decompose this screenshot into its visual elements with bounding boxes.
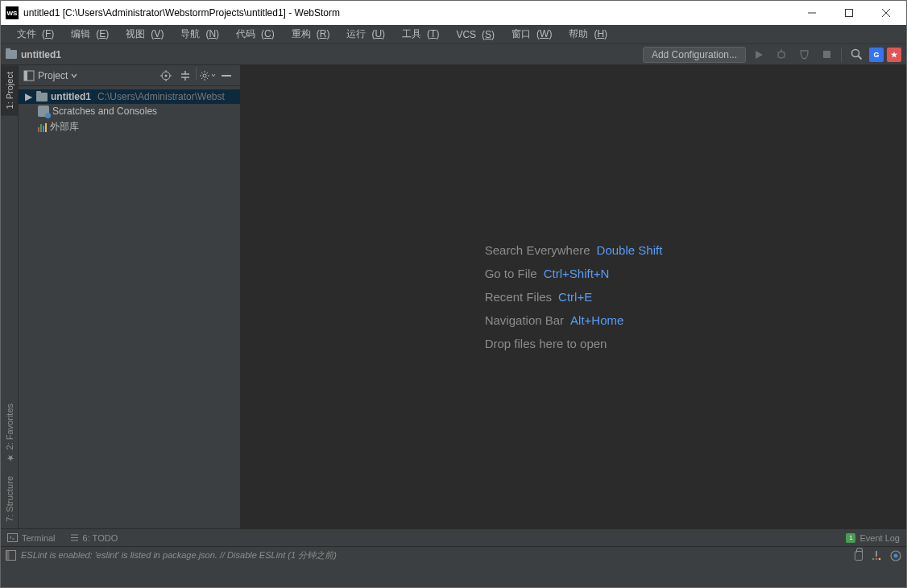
breadcrumb-label: untitled1 [21, 49, 61, 60]
translator-badge-icon[interactable]: G [869, 48, 884, 62]
svg-point-35 [876, 557, 878, 560]
shortcut: Ctrl+Shift+N [544, 267, 610, 280]
welcome-recent-row: Recent FilesCtrl+E [485, 290, 663, 304]
welcome-gotofile-row: Go to FileCtrl+Shift+N [485, 267, 663, 280]
stop-button[interactable] [817, 46, 836, 64]
minimize-button[interactable] [793, 1, 830, 25]
svg-line-12 [858, 56, 861, 60]
svg-point-4 [778, 52, 785, 58]
welcome-search-row: Search EverywhereDouble Shift [485, 243, 663, 257]
svg-point-39 [894, 553, 898, 557]
event-log-tab[interactable]: 1 Event Log [846, 533, 900, 543]
menu-navigate[interactable]: 导航(N) [169, 27, 225, 41]
todo-icon [70, 533, 79, 542]
toolwindow-toggle-icon[interactable] [6, 550, 16, 561]
breadcrumb[interactable]: untitled1 [6, 49, 61, 60]
window-titlebar: WS untitled1 [C:\Users\Administrator\Web… [1, 1, 906, 25]
project-icon [23, 70, 35, 81]
status-bar: ESLint is enabled: 'eslint' is listed in… [1, 546, 906, 564]
close-button[interactable] [868, 1, 905, 25]
svg-line-8 [777, 56, 779, 58]
tree-external-item[interactable]: 外部库 [19, 118, 240, 135]
chrome-icon[interactable] [890, 550, 901, 561]
run-coverage-button[interactable] [794, 46, 814, 64]
tree-item-name: Scratches and Consoles [52, 106, 157, 117]
libraries-icon [38, 122, 47, 132]
folder-icon [6, 50, 17, 59]
svg-point-25 [203, 74, 206, 77]
menu-view[interactable]: 视图(V) [114, 27, 169, 41]
run-button[interactable] [749, 46, 768, 64]
menu-help[interactable]: 帮助(H) [557, 27, 613, 41]
shortcut: Alt+Home [570, 313, 623, 327]
menu-file[interactable]: 文件(F) [6, 27, 60, 41]
terminal-tab[interactable]: Terminal [7, 533, 56, 543]
event-log-icon: 1 [846, 533, 855, 543]
svg-point-36 [872, 557, 875, 560]
tree-item-name: untitled1 [51, 91, 91, 102]
editor-area[interactable]: Search EverywhereDouble Shift Go to File… [241, 65, 906, 528]
svg-rect-14 [24, 71, 27, 81]
navigation-bar: untitled1 Add Configuration... G ★ [1, 44, 906, 65]
settings-button[interactable] [198, 67, 216, 85]
project-tool-window: Project ▶ untitled1 C:\Users\Administrat… [19, 65, 241, 528]
shortcut: Ctrl+E [558, 290, 592, 304]
gutter-favorites-tab[interactable]: ★ 2: Favorites [1, 397, 18, 470]
tree-root-item[interactable]: ▶ untitled1 C:\Users\Administrator\Webst [19, 89, 240, 104]
left-tool-gutter: 1: Project ★ 2: Favorites 7: Structure [1, 65, 19, 528]
folder-icon [36, 93, 48, 101]
terminal-label: Terminal [22, 533, 56, 543]
menu-refactor[interactable]: 重构(R) [280, 27, 336, 41]
tree-scratches-item[interactable]: Scratches and Consoles [19, 104, 240, 118]
scratches-icon [38, 106, 49, 117]
project-tree: ▶ untitled1 C:\Users\Administrator\Webst… [19, 86, 240, 139]
svg-point-11 [851, 50, 859, 57]
welcome-drop-row: Drop files here to open [485, 337, 663, 350]
collapse-all-button[interactable] [176, 67, 194, 85]
app-icon: WS [6, 6, 19, 19]
separator [841, 48, 842, 62]
todo-tab[interactable]: 6: TODO [70, 533, 118, 543]
bottom-tool-bar: Terminal 6: TODO 1 Event Log [1, 528, 906, 546]
gutter-structure-tab[interactable]: 7: Structure [1, 470, 18, 528]
menu-bar: 文件(F) 编辑(E) 视图(V) 导航(N) 代码(C) 重构(R) 运行(U… [1, 25, 906, 44]
project-toolbar: Project [19, 65, 240, 86]
svg-rect-34 [876, 551, 877, 557]
project-view-selector[interactable]: Project [23, 70, 77, 81]
add-configuration-button[interactable]: Add Configuration... [643, 47, 746, 63]
menu-window[interactable]: 窗口(W) [500, 27, 557, 41]
shortcut: Double Shift [597, 243, 663, 257]
menu-edit[interactable]: 编辑(E) [60, 27, 114, 41]
menu-code[interactable]: 代码(C) [225, 27, 280, 41]
svg-rect-1 [846, 10, 853, 17]
window-title: untitled1 [C:\Users\Administrator\Websto… [23, 7, 793, 19]
svg-rect-10 [823, 51, 830, 58]
svg-point-16 [165, 74, 168, 77]
welcome-navbar-row: Navigation BarAlt+Home [485, 313, 663, 327]
menu-tools[interactable]: 工具(T) [391, 27, 445, 41]
tree-item-name: 外部库 [50, 120, 79, 134]
inspector-icon[interactable] [871, 550, 882, 561]
search-everywhere-button[interactable] [847, 46, 866, 64]
svg-line-6 [777, 52, 779, 53]
project-view-label: Project [38, 70, 68, 81]
extension-badge-icon[interactable]: ★ [887, 48, 901, 62]
menu-run[interactable]: 运行(U) [335, 27, 391, 41]
separator [196, 67, 197, 80]
expand-arrow-icon[interactable]: ▶ [25, 91, 33, 102]
maximize-button[interactable] [830, 1, 868, 25]
status-message[interactable]: ESLint is enabled: 'eslint' is listed in… [21, 549, 850, 561]
svg-rect-27 [8, 534, 18, 542]
welcome-panel: Search EverywhereDouble Shift Go to File… [485, 234, 663, 360]
locate-button[interactable] [157, 67, 175, 85]
gutter-project-tab[interactable]: 1: Project [1, 65, 18, 115]
svg-point-37 [879, 557, 881, 560]
terminal-icon [7, 533, 18, 542]
hide-button[interactable] [217, 67, 235, 85]
lock-icon[interactable] [855, 551, 863, 561]
debug-button[interactable] [772, 46, 791, 64]
svg-rect-33 [6, 551, 10, 561]
chevron-down-icon [71, 72, 77, 79]
menu-vcs[interactable]: VCS(S) [445, 29, 500, 40]
todo-label: 6: TODO [83, 533, 118, 543]
